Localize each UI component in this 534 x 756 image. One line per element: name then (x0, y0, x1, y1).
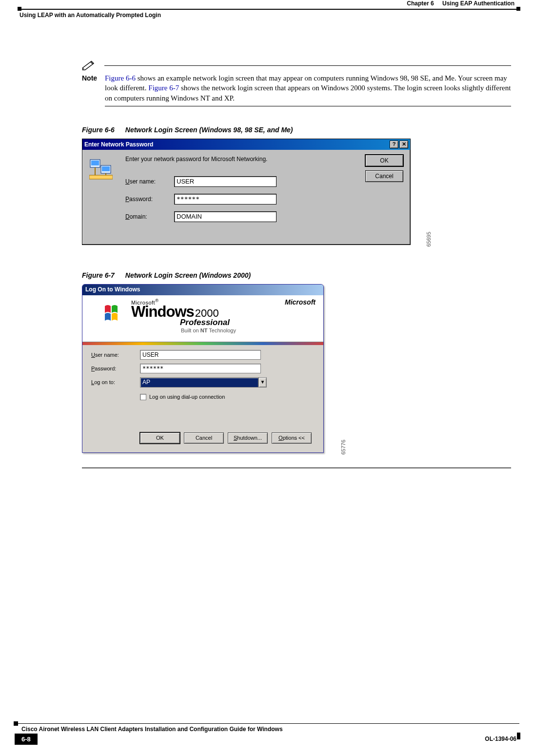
note-block: Note Figure 6-6 shows an example network… (82, 63, 511, 106)
header-rule (19, 9, 519, 10)
page-content: Note Figure 6-6 shows an example network… (82, 63, 511, 469)
figure-6-6: 65695 Enter Network Password ? ✕ (82, 139, 421, 247)
footer-cap (517, 733, 520, 739)
win98-titlebar: Enter Network Password ? ✕ (82, 139, 410, 150)
note-body: Figure 6-6 shows an example network logi… (105, 63, 511, 103)
figure-6-6-caption: Figure 6-6 Network Login Screen (Windows… (82, 126, 511, 134)
username-label: User name: (125, 178, 156, 185)
page-number: 6-8 (15, 734, 38, 745)
help-button[interactable]: ? (390, 141, 398, 148)
close-button[interactable]: ✕ (399, 141, 408, 148)
win2k-dialog: Log On to Windows Microsoft Microsoft® W… (82, 284, 324, 453)
password-label: Password: (125, 196, 153, 203)
figure-6-6-id: 65695 (426, 232, 432, 247)
win98-title: Enter Network Password (84, 141, 153, 148)
username-field-2k[interactable]: USER (140, 350, 261, 360)
svg-rect-4 (89, 175, 113, 179)
xref-figure-6-6[interactable]: Figure 6-6 (105, 74, 136, 82)
page-footer: Cisco Aironet Wireless LAN Client Adapte… (15, 723, 519, 744)
figure-6-7-id: 65776 (340, 440, 346, 455)
dialup-checkbox[interactable]: Log on using dial-up connection (140, 394, 225, 400)
chapter-header: Chapter 6 Using EAP Authentication (407, 0, 514, 7)
note-label: Note (82, 74, 97, 82)
ok-button[interactable]: OK (365, 155, 403, 166)
note-rule-bottom (105, 106, 511, 106)
section-title: Using LEAP with an Automatically Prompte… (20, 12, 161, 19)
figure-6-7-caption: Figure 6-7 Network Login Screen (Windows… (82, 271, 511, 279)
figure-6-7: 65776 Log On to Windows Microsoft Micros… (82, 284, 336, 455)
chapter-title: Using EAP Authentication (442, 0, 514, 7)
chevron-down-icon[interactable]: ▼ (258, 377, 267, 388)
windows-logo-text: Microsoft® Windows2000 Professional Buil… (131, 298, 236, 334)
win98-dialog: Enter Network Password ? ✕ (82, 139, 411, 245)
figure-6-7-title: Network Login Screen (Windows 2000) (125, 271, 251, 279)
network-icon (89, 159, 113, 181)
windows-flag-icon (104, 304, 125, 324)
ok-button-2k[interactable]: OK (140, 432, 180, 444)
domain-label: Domain: (125, 213, 147, 220)
shutdown-button[interactable]: Shutdown... (228, 432, 268, 444)
cancel-button[interactable]: Cancel (365, 170, 403, 182)
win2k-title: Log On to Windows (85, 286, 140, 293)
svg-rect-3 (102, 166, 110, 171)
win98-prompt: Enter your network password for Microsof… (125, 156, 267, 163)
button-row: OK Cancel Shutdown... Options << (140, 432, 312, 444)
xref-figure-6-7[interactable]: Figure 6-7 (148, 84, 179, 92)
logonto-value: AP (140, 377, 258, 388)
options-button[interactable]: Options << (272, 432, 312, 444)
document-number: OL-1394-06 (485, 736, 519, 742)
win2k-form: User name: USER Password: ****** Log on … (82, 345, 323, 452)
domain-field[interactable]: DOMAIN (174, 211, 277, 222)
password-field-2k[interactable]: ****** (140, 364, 261, 373)
password-label-2k: Password: (91, 366, 116, 371)
book-title: Cisco Aironet Wireless LAN Client Adapte… (21, 726, 519, 733)
win2k-titlebar: Log On to Windows (82, 285, 323, 295)
footer-rule (15, 723, 519, 724)
microsoft-logo-right: Microsoft (285, 298, 316, 306)
figure-6-6-title: Network Login Screen (Windows 98, 98 SE,… (125, 126, 293, 134)
figure-6-6-number: Figure 6-6 (82, 126, 115, 134)
figure-6-7-number: Figure 6-7 (82, 271, 115, 279)
note-rule-top (104, 65, 511, 66)
username-label-2k: User name: (91, 352, 119, 358)
win2k-banner: Microsoft Microsoft® Windows2000 Profess… (82, 295, 323, 342)
section-rule (82, 468, 511, 469)
logonto-label: Log on to: (91, 379, 115, 385)
username-field[interactable]: USER (174, 176, 277, 187)
svg-rect-1 (91, 161, 99, 165)
dialup-label: Log on using dial-up connection (149, 394, 225, 400)
checkbox-icon[interactable] (140, 394, 146, 400)
pencil-icon (82, 60, 97, 69)
logonto-combo[interactable]: AP ▼ (140, 377, 267, 388)
cancel-button-2k[interactable]: Cancel (184, 432, 224, 444)
chapter-number: Chapter 6 (407, 0, 434, 7)
password-field[interactable]: ****** (174, 194, 277, 204)
